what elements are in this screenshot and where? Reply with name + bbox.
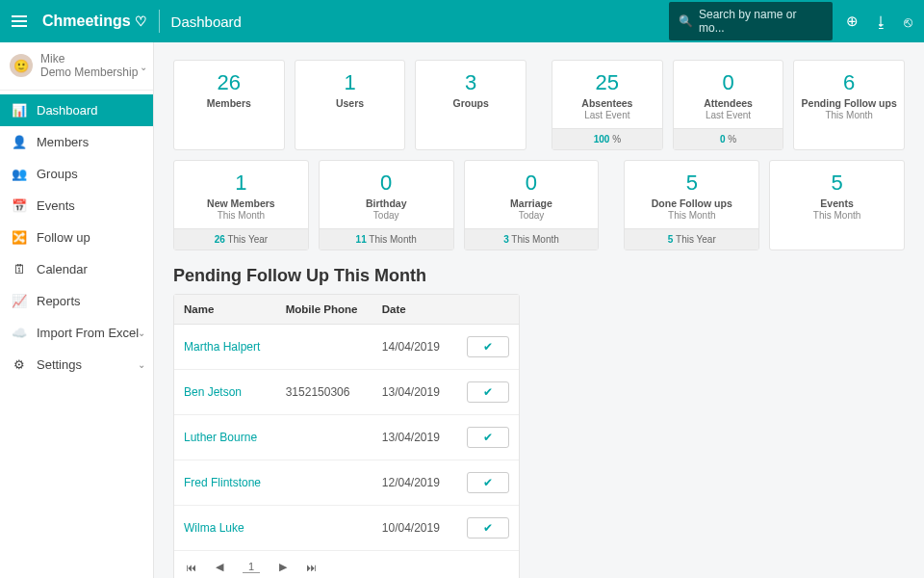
nav-label: Groups [37,167,78,181]
stat-card-new-members[interactable]: 1New MembersThis Month26 This Year [173,160,309,250]
sidebar-item-follow-up[interactable]: 🔀Follow up [0,222,153,253]
stat-card-absentees[interactable]: 25AbsenteesLast Event100 % [552,60,663,150]
stat-value: 1 [180,171,302,196]
divider [159,10,160,33]
cell-date: 13/04/2019 [372,370,454,415]
stat-label: Members [180,97,278,109]
stat-label: New Members [180,197,302,209]
mark-done-button[interactable]: ✔ [467,517,509,539]
heart-icon: ♡ [135,13,147,29]
cell-date: 10/04/2019 [372,506,454,551]
table-row: Fred Flintstone12/04/2019✔ [174,460,519,506]
table-row: Wilma Luke10/04/2019✔ [174,506,519,551]
logout-icon[interactable]: ⎋ [904,13,912,30]
nav-label: Reports [37,294,81,308]
stat-sublabel: Today [471,210,593,221]
col-mobile-phone: Mobile Phone [276,295,372,325]
table-row: Martha Halpert14/04/2019✔ [174,325,519,370]
nav-icon: 🗓 [12,262,27,276]
stat-value: 5 [776,171,898,196]
stat-card-pending-follow-ups[interactable]: 6Pending Follow upsThis Month [793,60,905,150]
nav-icon: 📈 [12,294,27,308]
col-name: Name [174,295,276,325]
stat-card-done-follow-ups[interactable]: 5Done Follow upsThis Month5 This Year [624,160,759,250]
stat-card-events[interactable]: 5EventsThis Month [769,160,905,250]
stat-sublabel: Last Event [680,110,778,120]
stat-value: 0 [325,171,448,196]
sidebar-item-settings[interactable]: ⚙Settings⌄ [0,349,153,381]
add-icon[interactable]: ⊕ [846,13,859,30]
cell-date: 12/04/2019 [372,460,454,506]
member-link[interactable]: Fred Flintstone [184,476,261,489]
nav-icon: 📅 [12,198,27,213]
user-menu[interactable]: 🙂 Mike Demo Membership ⌄ [0,42,153,91]
sidebar-item-groups[interactable]: 👥Groups [0,158,153,190]
page-title: Dashboard [171,13,242,30]
cell-phone [276,325,372,370]
nav-label: Follow up [37,230,90,245]
pager-next[interactable]: ▶ [279,561,287,573]
mark-done-button[interactable]: ✔ [467,381,509,403]
nav-icon: 📊 [12,103,27,118]
nav-icon: ⚙ [12,357,27,372]
sidebar-item-events[interactable]: 📅Events [0,190,153,222]
stat-label: Attendees [680,97,778,109]
stat-footer: 100 % [552,128,662,149]
stat-label: Done Follow ups [630,197,753,209]
nav-icon: 🔀 [12,230,27,245]
stat-card-groups[interactable]: 3Groups [415,60,526,150]
brand-text: Chmeetings [42,13,131,30]
cell-phone [276,415,372,460]
sidebar-item-reports[interactable]: 📈Reports [0,285,153,317]
table-row: Luther Bourne13/04/2019✔ [174,415,519,460]
cell-date: 13/04/2019 [372,415,454,460]
nav-label: Members [37,135,89,149]
member-link[interactable]: Ben Jetson [184,385,242,399]
search-input[interactable]: 🔍 Search by name or mo... [669,2,833,40]
member-link[interactable]: Luther Bourne [184,431,257,444]
stat-label: Absentees [558,97,656,109]
nav-label: Dashboard [37,103,98,118]
member-link[interactable]: Martha Halpert [184,340,260,354]
stat-value: 26 [180,70,278,95]
stats-row-2: 1New MembersThis Month26 This Year0Birth… [173,160,905,250]
col-action [453,295,519,325]
pager-prev[interactable]: ◀ [216,561,223,573]
stat-label: Groups [422,97,520,109]
sidebar-item-import-from-excel[interactable]: ☁️Import From Excel⌄ [0,317,153,349]
stat-value: 1 [301,70,399,95]
stat-sublabel: Last Event [558,110,656,120]
stat-card-members[interactable]: 26Members [173,60,285,150]
mark-done-button[interactable]: ✔ [467,427,509,448]
download-icon[interactable]: ⭳ [874,13,888,30]
mark-done-button[interactable]: ✔ [467,472,509,493]
mark-done-button[interactable]: ✔ [467,336,509,357]
nav-list: 📊Dashboard👤Members👥Groups📅Events🔀Follow … [0,91,153,384]
stat-value: 6 [800,70,898,95]
app-header: Chmeetings ♡ Dashboard 🔍 Search by name … [0,0,924,42]
pager-last[interactable]: ⏭ [306,562,317,573]
member-link[interactable]: Wilma Luke [184,521,244,535]
pager-current: 1 [243,561,260,573]
section-title: Pending Follow Up This Month [173,266,905,286]
stat-card-attendees[interactable]: 0AttendeesLast Event0 % [673,60,784,150]
chevron-down-icon: ⌄ [138,359,145,370]
brand-logo[interactable]: Chmeetings ♡ [42,13,147,30]
nav-icon: 👤 [12,135,27,149]
cell-date: 14/04/2019 [372,325,454,370]
sidebar-item-members[interactable]: 👤Members [0,126,153,158]
stat-sublabel: This Month [800,110,898,120]
stat-label: Users [301,97,399,109]
pager-first[interactable]: ⏮ [186,562,196,573]
nav-label: Calendar [37,262,88,276]
sidebar-item-calendar[interactable]: 🗓Calendar [0,253,153,285]
chevron-down-icon: ⌄ [140,62,147,72]
stat-card-marriage[interactable]: 0MarriageToday3 This Month [464,160,600,250]
stat-card-birthday[interactable]: 0BirthdayToday11 This Month [319,160,454,250]
stat-footer: 0 % [674,128,783,149]
stat-card-users[interactable]: 1Users [295,60,406,150]
stat-footer: 26 This Year [174,228,308,250]
stat-sublabel: Today [325,210,448,221]
sidebar-item-dashboard[interactable]: 📊Dashboard [0,94,153,126]
menu-icon[interactable] [12,15,35,27]
